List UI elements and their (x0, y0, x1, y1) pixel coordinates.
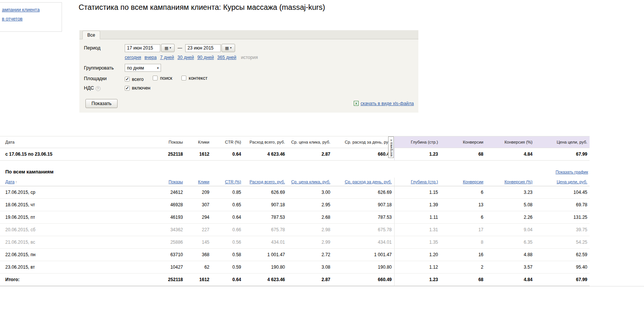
column-header-link[interactable]: Расход всего, руб. (249, 179, 285, 184)
column-header: Конверсии (440, 136, 486, 148)
totals-cell: 4.84 (486, 274, 535, 286)
totals-cell: 1.23 (394, 274, 440, 286)
excel-icon: X (354, 101, 359, 106)
chevron-down-icon: ▾ (157, 66, 159, 70)
cell-value: 6 (440, 186, 486, 199)
tab-all[interactable]: Все (82, 31, 100, 39)
nav-popup-link[interactable]: ампании клиента (2, 7, 62, 12)
show-button[interactable]: Показать (85, 99, 118, 108)
table-row: 21.06.2015, вс 25886 145 0.56 434.01 2.9… (0, 236, 590, 249)
column-header-link[interactable]: Ср. расход за день, руб. (345, 179, 392, 184)
calendar-to-button[interactable]: ▦ ▾ (221, 44, 235, 52)
summary-cell: 1612 (185, 148, 212, 161)
summary-cell: 660.49 (333, 148, 394, 161)
cell-value: 1.12 (394, 261, 440, 274)
column-header-link[interactable]: Клики (198, 179, 209, 184)
group-by-select[interactable]: по дням ▾ (125, 64, 161, 72)
vat-label-text: НДС (84, 85, 94, 91)
column-header: Цена цели, руб. (535, 136, 590, 148)
totals-cell: 0.64 (212, 274, 243, 286)
cell-value: 1 001.47 (243, 249, 287, 261)
cell-value: 434.01 (243, 236, 287, 249)
cell-value: 626.69 (333, 186, 394, 199)
column-header-link[interactable]: Конверсии (463, 179, 483, 184)
column-header: Ср. расход за день, руб. (333, 136, 394, 148)
metrika-toggle[interactable]: » метрика (388, 136, 394, 158)
cell-value: 62 (185, 261, 212, 274)
checkbox[interactable]: ✓ (125, 77, 130, 82)
column-header-link[interactable]: Цена цели, руб. (557, 179, 587, 184)
nav-popup-link[interactable]: в отчетов (2, 16, 62, 22)
chevron-down-icon: ▾ (230, 46, 232, 49)
quick-period-link[interactable]: 30 дней (177, 55, 194, 60)
summary-table: Дата ПоказыКликиCTR (%)Расход всего, руб… (0, 136, 590, 161)
quick-period-link[interactable]: вчера (144, 55, 156, 60)
cell-value: 368 (185, 249, 212, 261)
cell-date: 19.06.2015, пт (0, 211, 163, 224)
page-title: Статистика по всем кампаниям клиента: Ку… (79, 3, 325, 12)
platform-checkbox-group[interactable]: ✓ поиск (153, 76, 172, 81)
column-header-link[interactable]: Показы (169, 179, 183, 184)
group-row: Группировать по дням ▾ (84, 64, 418, 72)
summary-cell: 67.99 (535, 148, 590, 161)
column-header-date-cell: Дата↑ (0, 178, 163, 186)
help-icon[interactable]: ? (96, 86, 101, 91)
quick-period-link[interactable]: 90 дней (197, 55, 214, 60)
cell-date: 17.06.2015, ср (0, 186, 163, 199)
column-header: Ср. цена клика, руб. (287, 136, 333, 148)
cell-value: 0.66 (212, 224, 243, 236)
cell-value: 34362 (163, 224, 185, 236)
platform-checkbox-group[interactable]: ✓ контекст (181, 76, 207, 81)
quick-period-link[interactable]: 7 дней (160, 55, 174, 60)
column-header-date-link[interactable]: Дата (5, 179, 14, 184)
cell-value: 2.72 (287, 249, 333, 261)
totals-cell: 67.99 (535, 274, 590, 286)
summary-data-row: с 17.06.15 по 23.06.15 252118 1612 0.64 … (0, 148, 590, 161)
checkbox[interactable]: ✓ (125, 86, 130, 91)
cell-value: 24612 (163, 186, 185, 199)
table-row: 23.06.2015, вт 10427 62 0.59 190.80 3.08… (0, 261, 590, 274)
cell-value: 3.57 (486, 261, 535, 274)
column-header-link[interactable]: Конверсия (%) (505, 179, 533, 184)
calendar-from-button[interactable]: ▦ ▾ (161, 44, 175, 52)
totals-cell: 660.49 (333, 274, 394, 286)
cell-value: 2.95 (287, 199, 333, 211)
totals-cell: 4 623.46 (243, 274, 287, 286)
vat-checkbox-group[interactable]: ✓ включен (125, 85, 150, 91)
totals-row: Итого: 252118 1612 0.64 4 623.46 2.87 66… (0, 274, 590, 286)
quick-period-link[interactable]: 365 дней (217, 55, 236, 60)
totals-cell: 252118 (163, 274, 185, 286)
column-header-link[interactable]: Глубина (стр.) (411, 179, 438, 184)
checkbox[interactable]: ✓ (181, 76, 186, 80)
period-row: Период ▦ ▾ — ▦ ▾ (84, 44, 418, 52)
column-header-cell: Глубина (стр.) (394, 178, 440, 186)
period-separator: — (178, 45, 182, 51)
column-header-link[interactable]: Ср. цена клика, руб. (291, 179, 330, 184)
column-header-link[interactable]: CTR (%) (225, 179, 241, 184)
period-from-input[interactable] (125, 44, 160, 52)
cell-value: 13 (440, 199, 486, 211)
totals-label: Итого: (0, 274, 163, 286)
cell-value: 1.15 (394, 186, 440, 199)
group-label: Группировать (84, 65, 125, 71)
cell-value: 0.58 (212, 249, 243, 261)
quick-period-link[interactable]: сегодня (125, 55, 141, 60)
column-header-cell: CTR (%) (212, 178, 243, 186)
campaigns-table: Дата↑ Показы Клики CTR (%) Расход всего,… (0, 178, 590, 286)
cell-value: 25886 (163, 236, 185, 249)
show-chart-link[interactable]: Показать график (556, 170, 588, 174)
cell-value: 0.56 (212, 236, 243, 249)
checkbox[interactable]: ✓ (153, 76, 158, 80)
platform-checkbox-group[interactable]: ✓ всего (125, 77, 144, 82)
cell-date: 23.06.2015, вт (0, 261, 163, 274)
cell-value: 69.78 (535, 199, 590, 211)
cell-value: 4.88 (486, 249, 535, 261)
checkbox-label: всего (132, 77, 144, 82)
summary-cell: 1.23 (394, 148, 440, 161)
metrika-toggle-label: метрика (389, 142, 393, 156)
xls-download-link[interactable]: скачать в виде xls-файла (361, 101, 414, 106)
cell-value: 2 (440, 261, 486, 274)
calendar-icon: ▦ (164, 46, 168, 50)
column-header-cell: Показы (163, 178, 185, 186)
period-to-input[interactable] (185, 44, 221, 52)
